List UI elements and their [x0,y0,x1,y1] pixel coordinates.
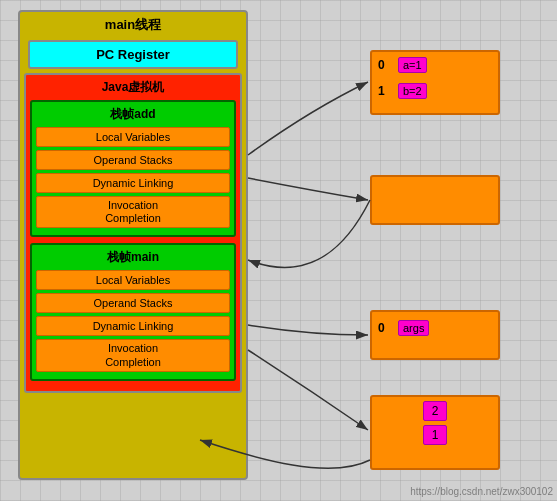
rb3-index-0: 0 [378,321,394,335]
operand-stacks-main: Operand Stacks [36,293,230,313]
stack-frame-main: 栈帧main Local Variables Operand Stacks Dy… [30,243,236,380]
rb3-tag-args: args [398,320,429,336]
rb1-row-0: 0 a=1 [372,52,498,78]
watermark: https://blog.csdn.net/zwx300102 [410,486,553,497]
jvm-box: Java虚拟机 栈帧add Local Variables Operand St… [24,73,242,393]
stack-frame-main-label: 栈帧main [36,249,230,266]
rb4-tag-1: 1 [423,425,448,445]
rb1-tag-a: a=1 [398,57,427,73]
stack-frame-add: 栈帧add Local Variables Operand Stacks Dyn… [30,100,236,237]
right-box-2 [370,175,500,225]
rb1-row-1: 1 b=2 [372,78,498,104]
rb1-tag-b: b=2 [398,83,427,99]
dynamic-linking-main: Dynamic Linking [36,316,230,336]
local-variables-add: Local Variables [36,127,230,147]
invocation-completion-add: InvocationCompletion [36,196,230,228]
operand-stacks-add: Operand Stacks [36,150,230,170]
right-box-1: 0 a=1 1 b=2 [370,50,500,115]
local-variables-main: Local Variables [36,270,230,290]
main-thread-label: main线程 [20,12,246,36]
rb1-index-0: 0 [378,58,394,72]
dynamic-linking-add: Dynamic Linking [36,173,230,193]
rb3-row-0: 0 args [372,312,498,344]
rb4-tag-2: 2 [423,401,448,421]
stack-frame-add-label: 栈帧add [36,106,230,123]
pc-register: PC Register [28,40,238,69]
jvm-label: Java虚拟机 [30,79,236,96]
main-thread-box: main线程 PC Register Java虚拟机 栈帧add Local V… [18,10,248,480]
right-box-4: 2 1 [370,395,500,470]
invocation-completion-main: InvocationCompletion [36,339,230,371]
rb1-index-1: 1 [378,84,394,98]
right-box-3: 0 args [370,310,500,360]
